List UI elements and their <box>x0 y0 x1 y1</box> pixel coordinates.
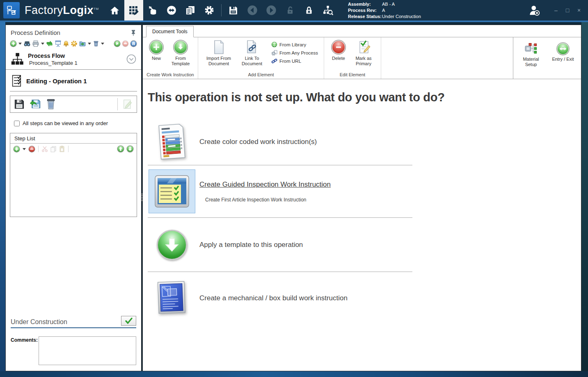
trash-dropdown-caret-icon[interactable] <box>101 43 104 45</box>
data-import-icon[interactable] <box>143 0 162 21</box>
copy-disabled-icon <box>50 146 57 152</box>
approve-release-button[interactable] <box>121 316 136 326</box>
process-search-icon[interactable] <box>318 0 337 21</box>
step-list-title: Step List <box>10 133 137 144</box>
notification-bell-icon[interactable] <box>63 40 69 47</box>
back-icon[interactable] <box>243 0 262 21</box>
from-any-process-item[interactable]: From Any Process <box>271 50 318 56</box>
guided-inspection-link[interactable]: Create Guided Inspection Work Instructio… <box>199 181 331 189</box>
material-setup-button[interactable]: Material Setup <box>518 42 544 79</box>
panel-title: Process Definition <box>11 29 130 36</box>
unlock-icon[interactable] <box>281 0 300 21</box>
application-window: FactoryLogixTM <box>0 0 588 377</box>
window-controls: – □ × <box>528 0 584 21</box>
find-icon[interactable] <box>23 40 31 47</box>
process-flow-row[interactable]: Process Flow Process_Template 1 <box>6 50 141 69</box>
process-editor-grid-pencil-icon[interactable] <box>124 0 143 21</box>
tab-document-tools[interactable]: Document Tools <box>146 26 194 37</box>
from-library-item[interactable]: From Library <box>271 41 318 48</box>
paste-disabled-icon <box>59 146 65 152</box>
main-panel: Document Tools New From Template <box>142 25 581 371</box>
process-definition-panel: Process Definition <box>5 25 142 371</box>
cut-disabled-icon <box>41 146 48 152</box>
collapse-chevron-icon[interactable] <box>126 54 136 64</box>
forward-icon[interactable] <box>262 0 281 21</box>
lock-x-icon[interactable] <box>300 0 318 21</box>
group-operation-tools: Material Setup Entry / Exit <box>513 37 581 79</box>
minimize-button[interactable]: – <box>551 5 561 15</box>
divider <box>10 91 137 91</box>
pause-icon[interactable] <box>130 40 137 47</box>
comments-input[interactable] <box>39 336 136 365</box>
toolbar-separator <box>117 98 118 110</box>
print-icon[interactable] <box>32 40 39 47</box>
first-article-inspection-link[interactable]: Create First Article Inspection Work Ins… <box>205 197 331 203</box>
import-from-document-button[interactable]: Import From Document <box>202 40 235 66</box>
pin-icon[interactable] <box>130 30 136 36</box>
link-to-document-button[interactable]: Link To Document <box>237 40 267 66</box>
add-step-caret-icon[interactable] <box>23 148 26 150</box>
window-frame-left <box>0 21 5 377</box>
color-coded-document-icon <box>154 122 190 162</box>
step-list-empty-area[interactable] <box>10 154 137 217</box>
print-dropdown-caret-icon[interactable] <box>41 43 44 45</box>
option-label: Apply a template to this operation <box>199 241 303 249</box>
save-operation-icon[interactable] <box>14 98 25 110</box>
url-chain-icon <box>271 58 277 64</box>
process-gear-icon <box>271 50 277 56</box>
settings-gear-gold-icon[interactable] <box>71 40 78 47</box>
close-button[interactable]: × <box>574 5 584 15</box>
mark-as-primary-button[interactable]: Mark as Primary <box>350 40 377 66</box>
documents-icon[interactable] <box>181 0 200 21</box>
reorder-operations-icon[interactable] <box>46 40 53 47</box>
publish-folder-icon[interactable] <box>79 40 86 47</box>
ribbon-tabstrip: Document Tools <box>143 25 581 37</box>
delete-trash-icon[interactable] <box>93 40 99 47</box>
any-order-checkbox[interactable] <box>14 121 20 126</box>
process-template-name: Process_Template 1 <box>29 60 126 66</box>
option-mechanical-box-build[interactable]: Create a mechanical / box build work ins… <box>148 272 412 324</box>
process-flow-title: Process Flow <box>28 53 126 59</box>
publish-dropdown-caret-icon[interactable] <box>88 43 91 45</box>
save-and-close-icon[interactable] <box>29 98 41 110</box>
document-link-icon <box>246 40 258 55</box>
new-work-instruction-button[interactable]: New <box>147 40 166 61</box>
group-label: Create Work Instruction <box>143 72 198 79</box>
user-logged-out-icon[interactable] <box>528 4 540 16</box>
presentation-icon[interactable] <box>55 40 62 47</box>
remove-disabled-icon[interactable] <box>122 40 129 47</box>
add-step-icon[interactable] <box>13 146 20 153</box>
save-icon[interactable] <box>224 0 243 21</box>
document-icon <box>213 40 224 55</box>
remove-step-icon[interactable] <box>28 146 35 153</box>
panel-splitter-handle[interactable] <box>142 194 142 201</box>
from-url-item[interactable]: From URL <box>271 58 318 64</box>
add-operation-icon[interactable] <box>10 40 17 47</box>
move-step-up-icon[interactable] <box>117 145 124 153</box>
sync-icon[interactable] <box>162 0 181 21</box>
release-status-value: Under Construction <box>382 14 421 20</box>
maximize-button[interactable]: □ <box>563 5 572 15</box>
comments-label: Comments: <box>11 336 39 365</box>
window-frame-right <box>581 21 588 377</box>
home-icon[interactable] <box>105 0 124 21</box>
process-rev-label: Process Rev: <box>348 7 382 14</box>
move-step-down-icon[interactable] <box>126 145 134 153</box>
gear-icon[interactable] <box>200 0 219 21</box>
delete-element-button[interactable]: Delete <box>328 40 349 61</box>
from-template-button[interactable]: From Template <box>167 40 194 66</box>
titlebar-accent <box>0 21 588 22</box>
brand-trademark: TM <box>94 7 99 11</box>
option-apply-template[interactable]: Apply a template to this operation <box>148 218 412 272</box>
process-status-block: Assembly:AB - A Process Rev:A Release St… <box>348 1 421 20</box>
edit-disabled-icon <box>122 98 133 110</box>
delete-operation-trash-icon[interactable] <box>46 98 56 110</box>
add-dropdown-caret-icon[interactable] <box>18 43 22 45</box>
entry-exit-button[interactable]: Entry / Exit <box>549 42 577 79</box>
go-live-icon[interactable] <box>114 40 121 47</box>
option-color-coded[interactable]: Create color coded work instruction(s) <box>148 119 412 165</box>
release-status-label: Release Status: <box>348 14 382 20</box>
release-underline <box>11 327 136 328</box>
page-title: This operation is not set up. What do yo… <box>148 91 581 104</box>
option-guided-inspection[interactable]: Create Guided Inspection Work Instructio… <box>148 165 412 218</box>
